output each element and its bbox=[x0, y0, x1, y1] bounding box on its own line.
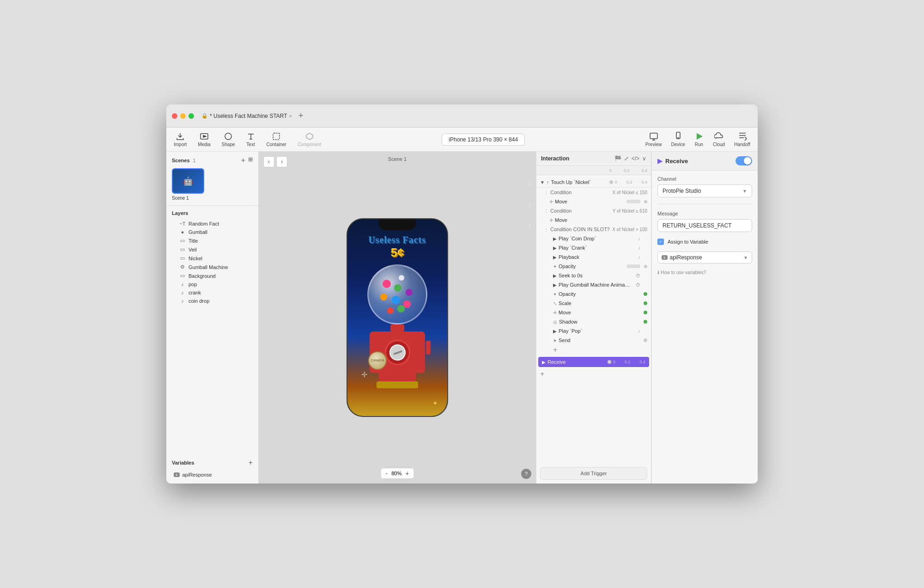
channel-selector[interactable]: ProtoPie Studio ▼ bbox=[657, 184, 752, 197]
layer-background[interactable]: ▭ Background bbox=[177, 271, 253, 280]
playback-dot bbox=[644, 256, 647, 259]
phone-screen: Useless Facts 5¢ bbox=[347, 219, 447, 416]
handoff-button[interactable]: Handoff bbox=[734, 132, 750, 147]
component-label: Component bbox=[298, 142, 322, 147]
layer-random-fact[interactable]: ~T Random Fact bbox=[177, 220, 253, 228]
layer-gumball[interactable]: ● Gumball bbox=[177, 228, 253, 236]
text-label: Text bbox=[246, 142, 255, 147]
container-tool[interactable]: Container bbox=[267, 132, 286, 147]
how-to-link[interactable]: ℹ How to use variables? bbox=[657, 270, 752, 275]
text-tool[interactable]: Text bbox=[246, 132, 255, 147]
add-action-button[interactable]: + bbox=[536, 345, 651, 355]
condition-1[interactable]: ⋮ Condition X of Nickel ≤ 150 bbox=[536, 188, 651, 197]
scale-label: Scale bbox=[559, 300, 642, 306]
action-send[interactable]: ➤ Send bbox=[536, 336, 651, 345]
new-tab-button[interactable]: + bbox=[296, 110, 306, 122]
condition-icon-1: ⋮ bbox=[544, 190, 548, 195]
play-coin-icon: ▶ bbox=[553, 236, 557, 241]
import-tool[interactable]: Import bbox=[174, 132, 187, 147]
variables-section: Variables + x apiResponse bbox=[166, 454, 258, 484]
layer-coin-drop[interactable]: ♪ coin drop bbox=[177, 297, 253, 305]
seek-icon: ▶ bbox=[553, 273, 557, 278]
action-opacity-1[interactable]: ✦ Opacity bbox=[536, 262, 651, 271]
variable-apiresponse[interactable]: x apiResponse bbox=[172, 471, 253, 479]
layer-nickel[interactable]: ▭ Nickel bbox=[177, 254, 253, 263]
add-variable-button[interactable]: + bbox=[249, 459, 253, 467]
layer-name-coin: coin drop bbox=[188, 298, 209, 304]
trigger-receive[interactable]: ▶ Receive 0 0.2 0.4 bbox=[538, 357, 649, 367]
crank-arm bbox=[426, 341, 431, 355]
layer-gumball-machine[interactable]: ⚙ Gumball Machine bbox=[177, 263, 253, 271]
component-tool[interactable]: Component bbox=[298, 132, 322, 147]
action-play-coin[interactable]: ▶ Play `Coin Drop` ♪ bbox=[536, 234, 651, 243]
add-trigger-inner-button[interactable]: + bbox=[536, 369, 651, 379]
preview-button[interactable]: Preview bbox=[645, 132, 662, 147]
assign-checkbox-row[interactable]: Assign to Variable bbox=[657, 239, 752, 245]
canvas-scene-label: Scene 1 bbox=[388, 156, 407, 162]
run-button[interactable]: Run bbox=[694, 132, 704, 147]
shape-tool[interactable]: Shape bbox=[222, 132, 235, 147]
svg-rect-3 bbox=[273, 133, 280, 140]
scene-thumbnail[interactable]: 🤖 bbox=[172, 168, 204, 194]
scenes-list-toggle[interactable]: ⊞ bbox=[248, 156, 253, 165]
zoom-out-button[interactable]: - bbox=[386, 470, 388, 477]
layer-veil[interactable]: ▭ Veil bbox=[177, 245, 253, 254]
condition-2[interactable]: ⋮ Condition Y of Nickel ≥ 610 bbox=[536, 206, 651, 215]
action-move-1[interactable]: ✛ Move bbox=[536, 197, 651, 206]
code-button[interactable]: </> bbox=[632, 155, 639, 162]
layer-title[interactable]: ▭ Title bbox=[177, 236, 253, 245]
media-tool[interactable]: Media bbox=[198, 132, 210, 147]
condition-coin[interactable]: ⋮ Condition COIN IN SLOT? X of Nickel > … bbox=[536, 225, 651, 234]
trigger-label: Touch Up `Nickel` bbox=[551, 179, 608, 185]
playback-icon: ▶ bbox=[553, 255, 557, 260]
close-button[interactable] bbox=[172, 113, 177, 119]
expand-button[interactable]: ⤢ bbox=[624, 155, 629, 162]
cloud-button[interactable]: Cloud bbox=[713, 132, 725, 147]
nav-forward-button[interactable]: › bbox=[276, 156, 287, 167]
app-window: 🔒 * Useless Fact Machine START × + Impor… bbox=[166, 104, 758, 484]
action-move-2[interactable]: ✛ Move bbox=[536, 215, 651, 225]
device-button[interactable]: Device bbox=[671, 132, 685, 147]
add-trigger-button[interactable]: Add Trigger bbox=[540, 467, 647, 480]
assign-checkbox[interactable] bbox=[657, 239, 664, 245]
flag-button[interactable]: 🏁 bbox=[614, 155, 621, 162]
action-play-gumball[interactable]: ▶ Play Gumball Machine Anima… ⏱ bbox=[536, 280, 651, 289]
variable-selector[interactable]: x apiResponse ▼ bbox=[657, 251, 752, 263]
layers-list: ~T Random Fact ● Gumball ▭ Title ▭ Veil bbox=[172, 220, 253, 305]
message-input[interactable] bbox=[657, 219, 752, 232]
action-move-3[interactable]: ✛ Move bbox=[536, 308, 651, 317]
receive-panel-title: Receive bbox=[665, 158, 688, 165]
opacity-icon-2: ✦ bbox=[553, 292, 557, 297]
trigger-touch-up[interactable]: ▼ ↑ Touch Up `Nickel` 0 0.2 0.4 bbox=[536, 177, 651, 188]
layers-section: Layers ~T Random Fact ● Gumball ▭ Title bbox=[166, 206, 258, 454]
nav-back-button[interactable]: ‹ bbox=[263, 156, 274, 167]
gumball-symbol: ⏱ bbox=[636, 282, 640, 288]
receive-toggle[interactable] bbox=[736, 156, 752, 165]
layer-pop[interactable]: ♪ pop bbox=[177, 280, 253, 288]
action-opacity-2[interactable]: ✦ Opacity bbox=[536, 289, 651, 299]
add-scene-button[interactable]: + bbox=[241, 156, 245, 165]
action-scale[interactable]: ⤡ Scale bbox=[536, 299, 651, 308]
action-play-crank[interactable]: ▶ Play `Crank` ♪ bbox=[536, 243, 651, 252]
action-playback[interactable]: ▶ Playback ♪ bbox=[536, 252, 651, 262]
layer-crank[interactable]: ♪ crank bbox=[177, 288, 253, 297]
help-button[interactable]: ? bbox=[521, 469, 531, 479]
side-music: ♪ ♪ ♪ bbox=[528, 179, 531, 229]
move-icon-2: ✛ bbox=[549, 218, 553, 223]
device-selector[interactable]: iPhone 13/13 Pro 390 × 844 bbox=[442, 134, 525, 146]
action-play-pop[interactable]: ▶ Play `Pop` ♪ bbox=[536, 326, 651, 336]
maximize-button[interactable] bbox=[188, 113, 194, 119]
minimize-button[interactable] bbox=[180, 113, 186, 119]
music-note-2: ♪ bbox=[528, 201, 531, 208]
base-bottom bbox=[377, 381, 418, 388]
action-shadow[interactable]: ◎ Shadow bbox=[536, 317, 651, 326]
play-coin-music: ♪ bbox=[638, 236, 641, 241]
right-panel: ▶ Receive Channel ProtoPie Studio ▼ bbox=[651, 152, 758, 484]
svg-marker-7 bbox=[697, 133, 703, 140]
var-selector-value: apiResponse bbox=[670, 254, 702, 261]
action-seek[interactable]: ▶ Seek to 0s ⏱ bbox=[536, 271, 651, 280]
send-icon: ➤ bbox=[553, 338, 557, 343]
tab-close-button[interactable]: × bbox=[289, 113, 292, 119]
zoom-in-button[interactable]: + bbox=[405, 470, 409, 477]
more-button[interactable]: ∨ bbox=[642, 155, 646, 162]
